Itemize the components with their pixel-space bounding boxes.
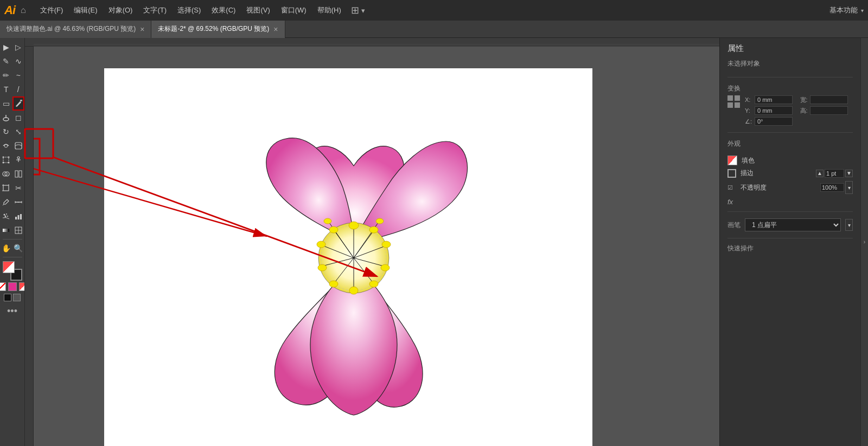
svg-point-55: [369, 227, 378, 233]
slice-tool[interactable]: ✂: [12, 181, 25, 195]
fill-row: 填色: [720, 154, 860, 167]
stroke-value-input[interactable]: [825, 169, 844, 178]
panel-grid-icon[interactable]: ⊞: [351, 4, 359, 16]
menu-effect[interactable]: 效果(C): [206, 0, 241, 21]
paintbrush-tool[interactable]: [12, 96, 25, 111]
menu-type[interactable]: 文字(T): [138, 0, 172, 21]
fill-color-icon[interactable]: [727, 156, 737, 165]
svg-point-61: [318, 264, 327, 271]
opacity-row: ☑ 不透明度 ▾: [720, 179, 860, 196]
line-tool[interactable]: /: [12, 82, 25, 96]
symbol-sprayer-tool[interactable]: [0, 209, 12, 223]
direct-selection-tool[interactable]: ▷: [12, 40, 25, 54]
canvas-area[interactable]: [25, 38, 719, 446]
live-paint-tool[interactable]: [12, 167, 25, 181]
menu-edit[interactable]: 编辑(E): [68, 0, 103, 21]
stroke-up[interactable]: ▲: [816, 170, 824, 177]
svg-rect-38: [34, 38, 719, 47]
puppet-warp-tool[interactable]: [12, 153, 25, 167]
free-transform-tool[interactable]: [0, 153, 12, 167]
brush-select[interactable]: 1 点扁平: [745, 218, 841, 231]
panel-expand-btn[interactable]: ›: [860, 38, 868, 446]
eraser-tool[interactable]: ◻: [12, 111, 25, 125]
scale-tool[interactable]: ⤡: [12, 125, 25, 139]
width-label: 宽:: [800, 96, 808, 104]
zoom-tool[interactable]: 🔍: [12, 241, 25, 255]
pencil-tool[interactable]: ✏: [0, 68, 12, 82]
menu-window[interactable]: 窗口(W): [276, 0, 312, 21]
shape-builder-tool[interactable]: [0, 167, 12, 181]
svg-rect-66: [34, 139, 40, 174]
width-input[interactable]: [810, 95, 848, 104]
quick-ops-label: 快速操作: [720, 242, 860, 255]
svg-rect-17: [3, 185, 9, 191]
flower-illustration: [158, 79, 549, 446]
type-tool[interactable]: T: [0, 82, 12, 96]
brush-label: 画笔: [727, 221, 741, 230]
svg-rect-33: [20, 214, 22, 219]
pen-tool[interactable]: ✎: [0, 54, 12, 68]
reshape-tool[interactable]: [12, 139, 25, 153]
none-swatch[interactable]: [0, 282, 6, 291]
measure-tool[interactable]: [12, 195, 25, 209]
brush-row: 画笔 1 点扁平 ▾: [720, 215, 860, 235]
curvature-tool[interactable]: ∿: [12, 54, 25, 68]
top-bar: Ai ⌂ 文件(F) 编辑(E) 对象(O) 文字(T) 选择(S) 效果(C)…: [0, 0, 868, 21]
menu-view[interactable]: 视图(V): [241, 0, 275, 21]
svg-rect-15: [15, 171, 18, 177]
canvas-viewport[interactable]: [34, 47, 719, 446]
artboard-tool[interactable]: [0, 181, 12, 195]
opacity-label: 不透明度: [741, 183, 767, 192]
tab-1[interactable]: 未标题-2* @ 69.52% (RGB/GPU 预览) ×: [151, 21, 285, 38]
pink-swatch[interactable]: [8, 282, 17, 291]
ruler-top: [25, 38, 719, 47]
fill-stroke-box[interactable]: [3, 261, 22, 281]
menu-help[interactable]: 帮助(H): [312, 0, 347, 21]
diag-swatch[interactable]: [19, 282, 25, 291]
stroke-color-icon[interactable]: [727, 169, 736, 178]
svg-point-59: [349, 287, 358, 294]
stroke-down[interactable]: ▼: [845, 170, 853, 177]
divider-3: [727, 211, 853, 212]
tab-0[interactable]: 快速调整颜色.ai @ 46.63% (RGB/GPU 预览) ×: [0, 21, 151, 38]
tab-0-label: 快速调整颜色.ai @ 46.63% (RGB/GPU 预览): [7, 24, 136, 34]
rotate-tool[interactable]: ↻: [0, 125, 12, 139]
x-input[interactable]: [755, 95, 793, 104]
angle-input[interactable]: [755, 117, 793, 126]
blob-brush-tool[interactable]: [0, 111, 12, 125]
menu-select[interactable]: 选择(S): [172, 0, 206, 21]
smooth-tool[interactable]: ~: [12, 68, 25, 82]
svg-point-57: [381, 264, 390, 271]
svg-point-7: [8, 157, 10, 158]
no-selection-label: 未选择对象: [727, 59, 853, 68]
column-chart-tool[interactable]: [12, 209, 25, 223]
tab-1-close[interactable]: ×: [273, 25, 278, 34]
menu-object[interactable]: 对象(O): [103, 0, 138, 21]
opacity-checkbox-area: ☑: [727, 184, 738, 191]
brush-dropdown[interactable]: ▾: [845, 219, 853, 231]
selection-tool[interactable]: ▶: [0, 40, 12, 54]
panel-dropdown-icon[interactable]: ▾: [361, 7, 365, 15]
y-input[interactable]: [755, 106, 793, 115]
height-input[interactable]: [810, 106, 848, 115]
opacity-arrow[interactable]: ▾: [845, 181, 853, 194]
properties-panel: 属性 未选择对象 变换 X:: [719, 38, 860, 446]
more-tools[interactable]: •••: [7, 306, 17, 317]
divider-4: [727, 238, 853, 238]
warp-tool[interactable]: [0, 139, 12, 153]
hand-tool[interactable]: ✋: [0, 241, 12, 255]
workspace-switcher[interactable]: 基本功能 ▾: [829, 5, 864, 15]
menu-file[interactable]: 文件(F): [35, 0, 69, 21]
rect-tool[interactable]: ▭: [0, 96, 12, 111]
app-logo: Ai: [4, 3, 15, 17]
opacity-input[interactable]: [820, 183, 844, 192]
home-icon[interactable]: ⌂: [21, 5, 26, 15]
black-swatch[interactable]: [4, 294, 11, 301]
gradient-tool[interactable]: [0, 223, 12, 237]
mesh-tool[interactable]: [12, 223, 25, 237]
swatch2[interactable]: [13, 294, 21, 301]
fill-indicator[interactable]: [3, 261, 15, 273]
tab-0-close[interactable]: ×: [140, 25, 144, 34]
svg-point-9: [8, 162, 10, 164]
eyedropper-tool[interactable]: [0, 195, 12, 209]
